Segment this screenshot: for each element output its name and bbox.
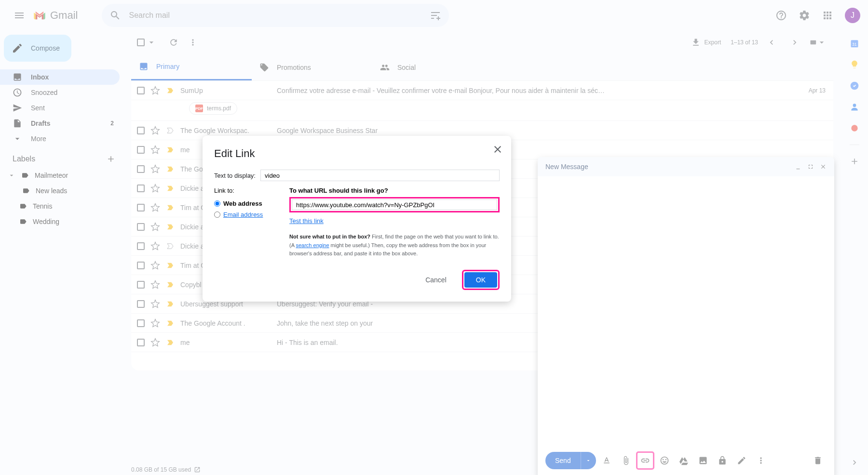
text-display-label: Text to display: [214,172,260,179]
web-address-radio[interactable]: Web address [214,200,282,207]
text-display-input[interactable] [260,170,500,181]
search-engine-link[interactable]: search engine [296,242,329,248]
url-input[interactable] [292,199,497,210]
dialog-title: Edit Link [214,147,500,160]
test-link[interactable]: Test this link [289,217,324,224]
email-address-radio[interactable]: Email address [214,211,282,218]
edit-link-dialog: Edit Link Text to display: Link to: Web … [203,136,511,302]
url-label: To what URL should this link go? [289,187,500,194]
dialog-close-button[interactable] [492,144,503,157]
help-text: Not sure what to put in the box? First, … [289,233,500,258]
ok-button[interactable]: OK [464,272,497,288]
cancel-button[interactable]: Cancel [418,272,454,288]
link-to-label: Link to: [214,187,282,194]
